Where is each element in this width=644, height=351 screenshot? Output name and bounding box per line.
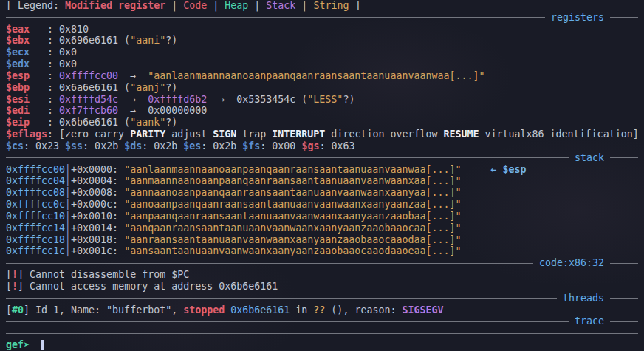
text-segment: $cs <box>6 140 24 151</box>
text-segment: $eax <box>6 24 47 35</box>
text-segment: 0x00000000 <box>148 105 207 116</box>
text-segment: $ds <box>124 140 142 151</box>
text-segment: "aanraansaantaanuaanvaanwaanxaanyaanzaao… <box>124 234 461 245</box>
text-segment: +0x0000: <box>71 164 124 175</box>
text-segment: in <box>290 304 313 316</box>
text-segment: : 0x696e6161 ( <box>47 35 130 46</box>
separator-registers: registers <box>6 12 638 24</box>
text-segment: : 0x6b6e6161 ( <box>47 117 130 128</box>
text-segment: ?? <box>313 304 325 316</box>
text-segment: → <box>118 105 148 116</box>
separator-code: code:x86:32 <box>6 257 638 269</box>
text-segment: ] Id 1, Name: "bufferbot", <box>24 304 183 316</box>
code-warning-memory: [!] Cannot access memory at address 0x6b… <box>6 281 638 293</box>
text-segment: │ <box>65 222 71 234</box>
text-segment: direction overflow <box>325 129 443 140</box>
separator-line <box>6 157 569 158</box>
text-segment: virtualx86 identification] <box>479 129 638 140</box>
text-segment: : 0x6a6e6161 ( <box>47 82 130 93</box>
stack-row-1: 0xffffcc04│+0x0004: "aanmaannaanoaanpaan… <box>6 175 638 187</box>
text-segment: $ecx <box>6 47 47 58</box>
text-segment: +0x0018: <box>71 234 124 245</box>
text-segment: 0xffffcc14 <box>6 222 65 234</box>
stack-row-5: 0xffffcc14│+0x0014: "aanqaanraansaantaan… <box>6 222 638 234</box>
separator-stack-label: stack <box>575 152 604 164</box>
text-segment <box>30 339 41 350</box>
text-segment: → <box>207 94 236 105</box>
separator-code-label: code:x86:32 <box>539 257 604 269</box>
text-segment: $eip <box>6 117 47 128</box>
text-segment: 0x6b6e6161 <box>230 304 290 316</box>
stack-row-0: 0xffffcc00│+0x0000: "aanlaanmaannaanoaan… <box>6 164 638 176</box>
separator-registers-label: registers <box>551 12 604 24</box>
text-segment: $esi <box>6 94 47 105</box>
text-segment: $edi <box>6 105 47 116</box>
register-row-segments: $cs: 0x23 $ss: 0x2b $ds: 0x2b $es: 0x2b … <box>6 140 638 152</box>
text-segment: : 0x23 <box>24 140 65 151</box>
code-warning-disassemble: [!] Cannot disassemble from $PC <box>6 269 638 281</box>
text-segment: ] <box>349 0 360 11</box>
text-segment: 0xffffd6b2 <box>148 94 207 105</box>
text-segment: +0x0014: <box>71 222 124 234</box>
text-segment: INTERRUPT <box>272 129 325 140</box>
separator-line <box>6 17 545 18</box>
register-row-edx: $edx : 0x0 <box>6 58 638 70</box>
text-segment: $ss <box>65 140 83 151</box>
text-segment: Cannot access memory at address 0x6b6e61… <box>24 281 278 292</box>
text-segment: RESUME <box>443 129 479 140</box>
text-segment: 0xffffcc10 <box>6 211 65 222</box>
terminal[interactable]: [ Legend: Modified register | Code | Hea… <box>0 0 644 351</box>
prompt-row[interactable]: gef➤ <box>6 339 638 351</box>
text-segment: | <box>295 0 313 11</box>
text-segment: : 0x00 <box>260 140 301 151</box>
separator-line <box>6 263 533 264</box>
separator-line <box>610 157 638 158</box>
text-segment: $edx <box>6 58 47 69</box>
text-segment: $fs <box>242 140 260 151</box>
text-segment: : <box>47 105 59 116</box>
text-segment: 0xf7ffcb60 <box>59 105 118 116</box>
separator-threads: threads <box>6 293 638 304</box>
separator-bottom <box>6 327 638 339</box>
text-segment: : 0x0 <box>47 58 77 69</box>
text-segment: │ <box>65 211 71 222</box>
text-segment: : 0x2b <box>83 140 124 151</box>
text-segment: → <box>118 94 148 105</box>
text-segment: "aanpaanqaanraansaantaanuaanvaanwaanxaan… <box>124 211 461 222</box>
text-segment: │ <box>65 234 71 245</box>
text-segment: ! <box>12 269 18 280</box>
text-segment: +0x0010: <box>71 211 124 222</box>
stack-row-3: 0xffffcc0c│+0x000c: "aanoaanpaanqaanraan… <box>6 199 638 211</box>
text-segment: ← $esp <box>490 164 526 175</box>
text-cursor <box>41 340 44 350</box>
text-segment: "aanj" <box>130 82 165 93</box>
separator-trace: trace <box>6 316 638 327</box>
text-segment: Stack <box>266 0 295 11</box>
text-segment: 0xffffcc00 <box>6 164 65 175</box>
text-segment: | <box>207 0 225 11</box>
text-segment: SIGN <box>213 129 236 140</box>
text-segment: Code <box>183 0 207 11</box>
separator-line <box>6 333 638 334</box>
text-segment: 0xffffd54c <box>59 94 118 105</box>
text-segment: stopped <box>183 304 225 316</box>
register-row-ebp: $ebp : 0x6a6e6161 ("aanj"?) <box>6 82 638 94</box>
separator-line <box>610 321 638 322</box>
text-segment: $ebx <box>6 35 47 46</box>
text-segment: ?) <box>165 35 177 46</box>
text-segment: #0 <box>12 304 24 316</box>
separator-line <box>610 263 638 264</box>
thread-row: [#0] Id 1, Name: "bufferbot", stopped 0x… <box>6 304 638 316</box>
register-row-eip: $eip : 0x6b6e6161 ("aank"?) <box>6 117 638 129</box>
text-segment: → <box>118 70 148 81</box>
text-segment: | <box>248 0 266 11</box>
text-segment: "aani" <box>130 35 165 46</box>
separator-stack: stack <box>6 152 638 164</box>
stack-row-7: 0xffffcc1c│+0x001c: "aansaantaanuaanvaan… <box>6 245 638 257</box>
text-segment: : 0x2b <box>201 140 242 151</box>
register-row-eax: $eax : 0x810 <box>6 24 638 35</box>
text-segment: 0xffffcc04 <box>6 175 65 186</box>
text-segment: ! <box>12 281 18 292</box>
text-segment: adjust <box>165 129 213 140</box>
stack-row-2: 0xffffcc08│+0x0008: "aannaanoaanpaanqaan… <box>6 187 638 199</box>
